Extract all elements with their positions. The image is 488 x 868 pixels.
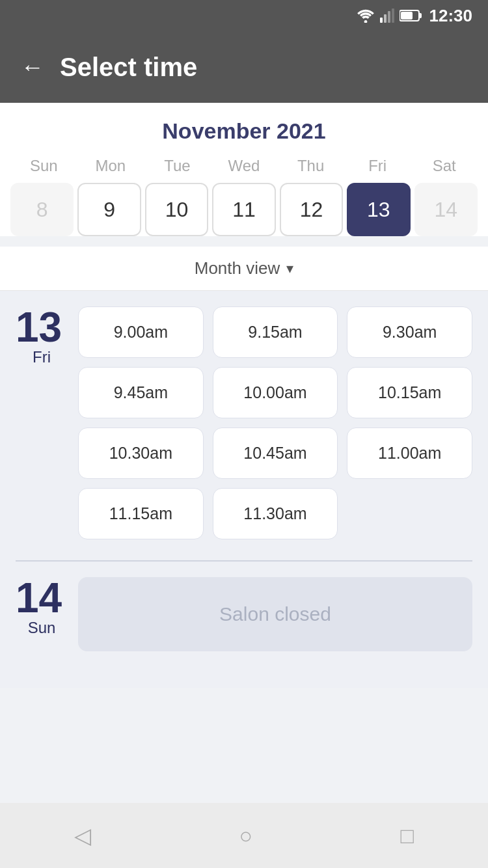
time-slot-930am[interactable]: 9.30am [347,306,472,358]
wifi-icon [357,8,375,23]
time-slots-section: 13 Fri 9.00am 9.15am 9.30am 9.45am 10.00… [0,291,488,688]
battery-icon [400,9,422,22]
month-view-toggle[interactable]: Month view ▾ [0,247,488,291]
weekday-row: Sun Mon Tue Wed Thu Fri Sat [10,157,478,175]
time-slot-900am[interactable]: 9.00am [78,306,204,358]
chevron-down-icon: ▾ [286,260,293,277]
svg-rect-4 [392,8,394,23]
date-cell-11[interactable]: 11 [212,183,275,236]
weekday-wed: Wed [211,157,278,175]
bottom-nav: ◁ ○ □ [0,803,488,868]
svg-rect-7 [401,12,413,20]
date-cell-12[interactable]: 12 [280,183,343,236]
divider [16,560,472,562]
status-bar: 12:30 [0,0,488,31]
salon-closed-block: Salon closed [78,577,472,651]
time-slot-1030am[interactable]: 10.30am [78,427,204,479]
app-header: ← Select time [0,31,488,103]
back-button[interactable]: ← [21,53,44,81]
time-grid-13: 9.00am 9.15am 9.30am 9.45am 10.00am 10.1… [78,306,472,539]
weekday-fri: Fri [344,157,411,175]
svg-rect-6 [419,13,422,18]
nav-home-button[interactable]: ○ [239,823,252,848]
page-title: Select time [60,53,197,82]
weekday-sat: Sat [411,157,478,175]
svg-rect-1 [380,18,383,23]
svg-point-0 [364,20,367,23]
svg-rect-2 [384,14,386,23]
nav-back-button[interactable]: ◁ [74,822,91,848]
day-14-label: 14 Sun [16,577,68,637]
time-slot-1130am[interactable]: 11.30am [213,488,338,539]
time-slot-945am[interactable]: 9.45am [78,367,204,418]
calendar-section: November 2021 Sun Mon Tue Wed Thu Fri Sa… [0,103,488,236]
date-row: 8 9 10 11 12 13 14 [10,183,478,236]
svg-rect-3 [388,11,390,23]
salon-closed-text: Salon closed [219,603,331,625]
signal-icon [380,8,394,23]
nav-recents-button[interactable]: □ [401,823,414,848]
date-cell-10[interactable]: 10 [145,183,208,236]
day-14-number: 14 [16,577,68,619]
time-slot-1045am[interactable]: 10.45am [213,427,338,479]
time-slot-915am[interactable]: 9.15am [213,306,338,358]
day-14-name: Sun [16,619,68,637]
day-13-label: 13 Fri [16,306,68,366]
day-13-number: 13 [16,306,68,348]
weekday-mon: Mon [77,157,144,175]
month-title: November 2021 [10,118,478,144]
date-cell-14[interactable]: 14 [414,183,478,236]
time-slot-1115am[interactable]: 11.15am [78,488,204,539]
time-slot-1100am[interactable]: 11.00am [347,427,472,479]
time-slot-1000am[interactable]: 10.00am [213,367,338,418]
day-block-13: 13 Fri 9.00am 9.15am 9.30am 9.45am 10.00… [16,306,472,539]
weekday-sun: Sun [10,157,77,175]
date-cell-13[interactable]: 13 [347,183,410,236]
time-slot-1015am[interactable]: 10.15am [347,367,472,418]
weekday-tue: Tue [144,157,211,175]
date-cell-9[interactable]: 9 [77,183,141,236]
status-icons [357,8,422,23]
day-13-name: Fri [16,348,68,366]
month-view-label: Month view [195,258,280,278]
weekday-thu: Thu [277,157,344,175]
date-cell-8[interactable]: 8 [10,183,74,236]
status-time: 12:30 [429,6,473,26]
day-block-14: 14 Sun Salon closed [16,577,472,651]
